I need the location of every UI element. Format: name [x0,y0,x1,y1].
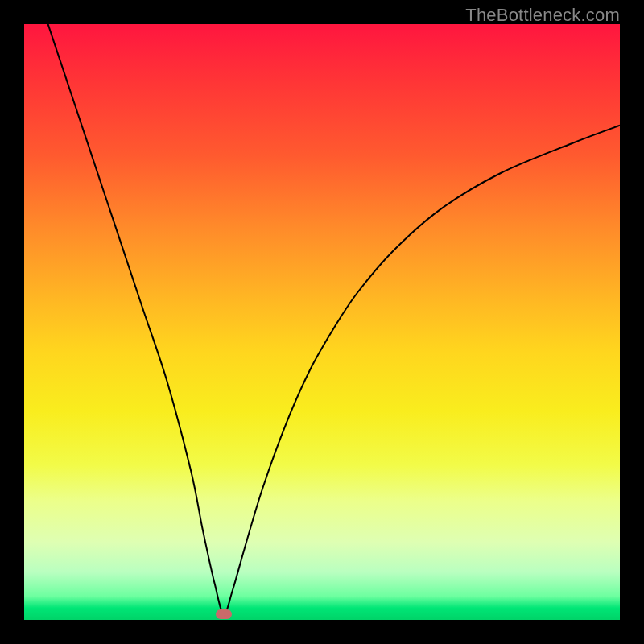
plot-area [24,24,620,620]
bottleneck-curve [48,24,620,614]
watermark-text: TheBottleneck.com [465,5,620,26]
optimal-marker [216,609,232,619]
chart-container: TheBottleneck.com [0,0,644,644]
curve-svg [24,24,620,620]
